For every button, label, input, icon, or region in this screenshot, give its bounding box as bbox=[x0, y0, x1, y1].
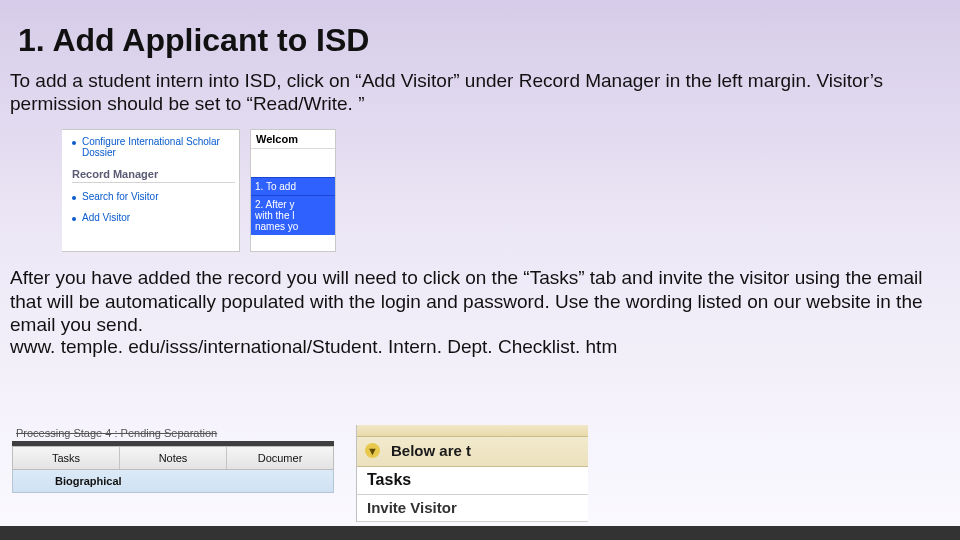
processing-stage-text: Processing Stage 4 : Pending Separation bbox=[12, 425, 334, 441]
tasks-below-bar: ▼ Below are t bbox=[357, 437, 588, 467]
sidebar-item-label: Configure International Scholar Dossier bbox=[82, 136, 235, 158]
tasks-below-label: Below are t bbox=[391, 442, 471, 459]
welcome-heading: Welcom bbox=[251, 130, 335, 149]
page-title: 1. Add Applicant to ISD bbox=[0, 0, 960, 65]
arrow-down-icon: ▼ bbox=[365, 443, 380, 458]
sidebar-item-label: Add Visitor bbox=[82, 212, 130, 223]
sidebar-item-label: Search for Visitor bbox=[82, 191, 159, 202]
instruction-step-2: 2. After y with the l names yo bbox=[251, 195, 335, 235]
tab-tasks[interactable]: Tasks bbox=[13, 447, 120, 469]
tab-notes[interactable]: Notes bbox=[120, 447, 227, 469]
bullet-icon bbox=[72, 141, 76, 145]
screenshot-record-manager: Configure International Scholar Dossier … bbox=[62, 129, 960, 252]
tasks-top-strip bbox=[357, 425, 588, 437]
sidebar-section-record-manager: Record Manager bbox=[72, 168, 235, 183]
tasks-panel: ▼ Below are t Tasks Invite Visitor bbox=[356, 425, 588, 522]
tab-documents[interactable]: Documer bbox=[227, 447, 333, 469]
tabs-panel: Processing Stage 4 : Pending Separation … bbox=[12, 425, 334, 493]
bullet-icon bbox=[72, 217, 76, 221]
footer-bar bbox=[0, 526, 960, 540]
sidebar-item-search[interactable]: Search for Visitor bbox=[72, 191, 235, 202]
paragraph-1: To add a student intern into ISD, click … bbox=[0, 65, 960, 115]
sidebar-item-add-visitor[interactable]: Add Visitor bbox=[72, 212, 235, 223]
screenshot-tasks: Processing Stage 4 : Pending Separation … bbox=[12, 425, 588, 522]
subtab-biographical[interactable]: Biographical bbox=[12, 470, 334, 493]
tab-row: Tasks Notes Documer bbox=[12, 446, 334, 470]
bullet-icon bbox=[72, 196, 76, 200]
sidebar-panel: Configure International Scholar Dossier … bbox=[62, 129, 240, 252]
tasks-heading: Tasks bbox=[357, 467, 588, 495]
welcome-panel: Welcom 1. To add 2. After y with the l n… bbox=[250, 129, 336, 252]
instruction-step-1: 1. To add bbox=[251, 177, 335, 195]
paragraph-2: After you have added the record you will… bbox=[0, 262, 960, 336]
task-invite-visitor[interactable]: Invite Visitor bbox=[357, 495, 588, 522]
checklist-url: www. temple. edu/isss/international/Stud… bbox=[0, 336, 960, 358]
sidebar-item-configure[interactable]: Configure International Scholar Dossier bbox=[72, 136, 235, 158]
